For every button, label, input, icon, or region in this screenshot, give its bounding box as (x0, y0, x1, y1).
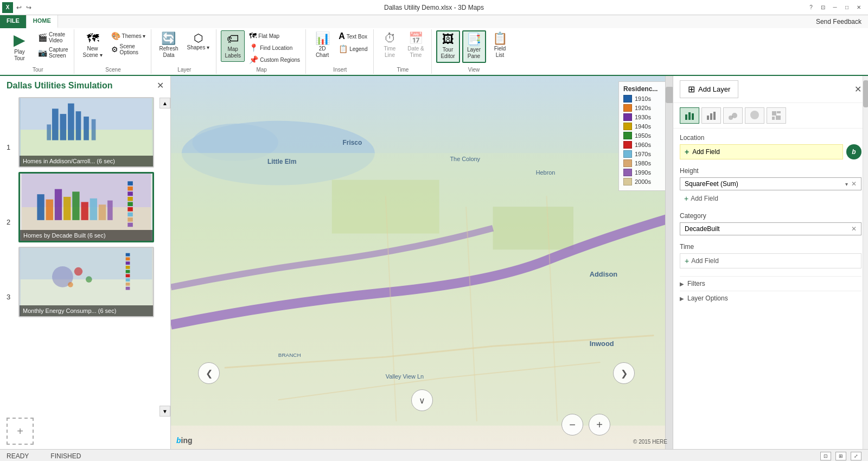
capture-screen-button[interactable]: 📷 CaptureScreen (36, 46, 71, 60)
tab-home[interactable]: HOME (27, 15, 58, 28)
legend-color-swatch (623, 150, 632, 158)
left-scroll-down[interactable]: ▼ (159, 406, 170, 417)
svg-rect-36 (126, 257, 130, 260)
scene-item-3[interactable]: 3 (7, 247, 164, 317)
layer-type-heat[interactable] (745, 107, 764, 124)
status-icon-1[interactable]: ⊡ (820, 452, 831, 460)
undo-btn[interactable]: ↩ (15, 3, 23, 12)
refresh-data-button[interactable]: 🔄 RefreshData (156, 30, 181, 61)
category-dropdown[interactable]: DecadeBuilt ✕ (680, 222, 861, 235)
map-zoom-out-button[interactable]: − (561, 414, 583, 436)
text-box-button[interactable]: A Text Box (336, 30, 369, 42)
scene-options-button[interactable]: ⚙ SceneOptions (109, 42, 148, 56)
map-next-button[interactable]: ❯ (613, 362, 635, 384)
play-tour-button[interactable]: ▶ PlayTour (5, 30, 34, 64)
scene-thumb-3: Monthly Energy Consump... (6 sec) (18, 247, 154, 317)
redo-btn[interactable]: ↪ (25, 3, 33, 12)
svg-rect-59 (692, 113, 694, 120)
send-feedback-link[interactable]: Send Feedback (816, 18, 861, 25)
svg-text:Inwood: Inwood (590, 340, 614, 348)
legend-item-label: 1930s (635, 114, 651, 120)
tour-editor-button[interactable]: 🖼 TourEditor (436, 30, 460, 63)
height-value: SquareFeet (Sum) (685, 180, 845, 188)
left-scroll-up[interactable]: ▲ (159, 98, 170, 108)
legend-button[interactable]: 📋 Legend (336, 43, 369, 54)
svg-text:Frisco: Frisco (343, 139, 362, 146)
legend-color-swatch (623, 169, 632, 176)
location-label: Location (680, 134, 861, 142)
legend-color-swatch (623, 123, 632, 130)
time-line-button[interactable]: ⏱ TimeLine (378, 30, 402, 61)
tab-file[interactable]: FILE (0, 15, 27, 28)
map-area[interactable]: Little Elm Frisco The Colony Hebron Addi… (171, 76, 673, 449)
layer-options-section[interactable]: ▶ Layer Options (680, 291, 861, 305)
panel-close-btn[interactable]: ✕ (157, 80, 164, 91)
legend-item: 1910s (623, 95, 662, 103)
height-remove-btn[interactable]: ✕ (851, 180, 857, 188)
close-btn[interactable]: ✕ (854, 3, 864, 12)
category-remove-btn[interactable]: ✕ (851, 225, 857, 233)
flat-map-button[interactable]: 🗺 Flat Map (247, 30, 302, 41)
ribbon-content: ▶ PlayTour 🎬 CreateVideo 📷 CaptureScreen… (0, 28, 868, 75)
location-add-field[interactable]: + Add Field (680, 144, 843, 159)
map-prev-button[interactable]: ❮ (198, 362, 220, 384)
right-panel-close-btn[interactable]: ✕ (854, 84, 861, 94)
restore-btn[interactable]: ⊡ (818, 3, 828, 12)
help-btn[interactable]: ? (806, 3, 816, 12)
shapes-button[interactable]: ⬡ Shapes ▾ (184, 30, 213, 53)
legend-item: 1970s (623, 150, 662, 158)
excel-logo: X (2, 2, 13, 13)
legend-item: 1940s (623, 123, 662, 130)
map-down-button[interactable]: ∨ (411, 389, 433, 411)
map-labels-button[interactable]: 🏷 MapLabels (221, 30, 245, 62)
right-scrollbar[interactable] (863, 76, 868, 449)
map-scrollbar[interactable] (665, 76, 673, 449)
svg-rect-40 (126, 274, 130, 277)
bing-geocode-btn[interactable]: b (846, 144, 861, 159)
svg-rect-41 (126, 278, 130, 281)
svg-rect-62 (713, 112, 716, 120)
find-location-button[interactable]: 📍 Find Location (247, 42, 302, 53)
date-time-button[interactable]: 📅 Date &Time (404, 30, 428, 61)
svg-rect-3 (60, 114, 67, 140)
add-layer-button[interactable]: ⊞ Add Layer (680, 80, 738, 98)
legend-item: 1920s (623, 104, 662, 112)
legend-color-swatch (623, 178, 632, 185)
themes-button[interactable]: 🎨 Themes ▾ (109, 30, 148, 41)
svg-rect-61 (710, 113, 712, 120)
layer-type-bubble[interactable] (723, 107, 743, 124)
svg-rect-15 (72, 191, 79, 220)
svg-rect-67 (777, 111, 781, 113)
svg-point-65 (750, 111, 759, 119)
time-section: Time + Add Field (680, 243, 861, 268)
filters-section[interactable]: ▶ Filters (680, 276, 861, 291)
height-add-field[interactable]: + Add Field (680, 193, 861, 204)
time-add-field-label: Add Field (691, 257, 719, 265)
svg-rect-22 (127, 191, 133, 196)
status-icon-3[interactable]: ⤢ (851, 452, 861, 460)
maximize-btn[interactable]: □ (842, 3, 852, 12)
layer-type-bar[interactable] (680, 107, 699, 124)
minimize-btn[interactable]: ─ (830, 3, 840, 12)
layer-type-line[interactable] (701, 107, 721, 124)
status-icon-2[interactable]: ⊞ (835, 452, 846, 460)
time-add-field[interactable]: + Add Field (680, 253, 861, 268)
add-scene-icon: + (17, 425, 23, 438)
new-scene-button[interactable]: 🗺 NewScene ▾ (79, 30, 107, 61)
custom-regions-button[interactable]: 📌 Custom Regions (247, 54, 302, 65)
height-dropdown[interactable]: SquareFeet (Sum) ▾ ✕ (680, 177, 861, 190)
2d-chart-button[interactable]: 📊 2DChart (310, 30, 334, 61)
scene-item-2[interactable]: 2 (7, 172, 164, 242)
create-video-button[interactable]: 🎬 CreateVideo (36, 30, 71, 44)
layer-pane-button[interactable]: 📑 LayerPane (462, 30, 486, 63)
map-zoom-in-button[interactable]: + (589, 414, 610, 436)
scene-item-1[interactable]: 1 Homes in Addison (7, 97, 164, 168)
field-list-button[interactable]: 📋 FieldList (488, 30, 512, 61)
status-ready: READY (7, 452, 29, 460)
scene-thumb-2: Homes by Decade Built (6 sec) (18, 172, 154, 242)
add-scene-button[interactable]: + (7, 418, 34, 445)
themes-icon: 🎨 (111, 31, 120, 40)
legend-item-label: 1960s (635, 142, 651, 148)
legend-item-label: 1990s (635, 169, 651, 176)
layer-type-region[interactable] (767, 107, 786, 124)
